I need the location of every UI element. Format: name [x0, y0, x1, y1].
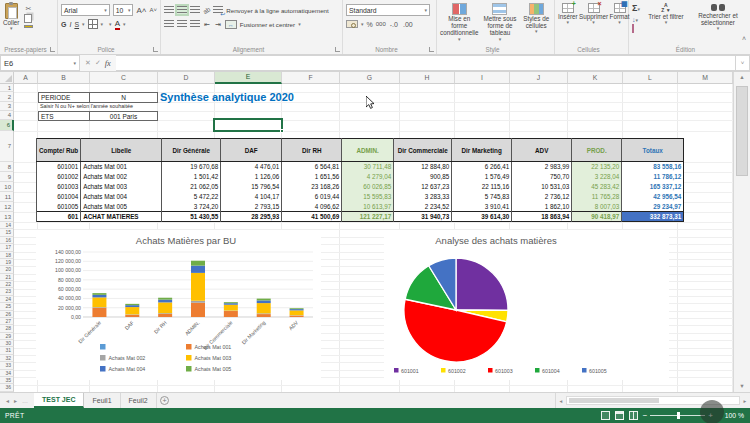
new-sheet-button[interactable]: + [157, 393, 173, 408]
format-cells-button[interactable]: ▦ Format▾ [610, 3, 630, 43]
formula-input[interactable] [116, 55, 736, 71]
row-header-19[interactable]: 19 [0, 259, 14, 266]
table-cell[interactable]: 12 884,80 [394, 162, 452, 172]
next-sheet-button[interactable]: ▸ [14, 397, 17, 404]
table-total-cell[interactable]: 28 295,93 [221, 212, 282, 222]
table-cell[interactable]: 15 595,83 [342, 192, 394, 202]
column-header-C[interactable]: C [90, 72, 158, 84]
row-header-30[interactable]: 30 [0, 340, 14, 347]
row-header-36[interactable]: 36 [0, 384, 14, 391]
row-header-33[interactable]: 33 [0, 362, 14, 369]
ets-label-cell[interactable]: ETS [38, 111, 90, 121]
row-header-18[interactable]: 18 [0, 252, 14, 259]
selected-cell-E6[interactable] [213, 118, 283, 132]
row-header-16[interactable]: 16 [0, 237, 14, 244]
cut-button[interactable]: ✂ [24, 5, 33, 12]
table-cell[interactable]: 1 126,06 [221, 172, 282, 182]
name-box[interactable]: E6▾ [0, 55, 80, 71]
row-header-21[interactable]: 21 [0, 274, 14, 281]
table-cell[interactable]: 5 472,22 [162, 192, 221, 202]
cell-styles-button[interactable]: Styles de cellules▾ [521, 3, 551, 43]
table-total-cell[interactable]: 90 418,97 [572, 212, 622, 222]
row-header-31[interactable]: 31 [0, 347, 14, 354]
table-cell[interactable]: 10 613,97 [342, 202, 394, 212]
align-bottom-button[interactable] [190, 6, 200, 14]
table-total-cell[interactable]: 39 614,30 [452, 212, 512, 222]
table-cell[interactable]: 3 910,41 [452, 202, 512, 212]
vertical-scroll-thumb[interactable] [736, 86, 748, 176]
row-header-4[interactable]: 4 [0, 111, 14, 120]
table-total-cell[interactable]: 601 [37, 212, 81, 222]
zoom-out-button[interactable]: − [643, 412, 648, 420]
first-sheet-button[interactable]: ◂ [6, 397, 9, 404]
column-header-B[interactable]: B [38, 72, 90, 84]
table-cell[interactable]: 601003 [37, 182, 81, 192]
confirm-entry-button[interactable]: ✓ [95, 59, 101, 67]
column-header-A[interactable]: A [14, 72, 38, 84]
vertical-scrollbar[interactable]: ▲ ▼ [733, 72, 750, 392]
table-cell[interactable]: 2 983,99 [512, 162, 572, 172]
autosum-button[interactable]: Σ▾ [632, 4, 640, 13]
table-cell[interactable]: 45 283,42 [572, 182, 622, 192]
column-header-K[interactable]: K [568, 72, 623, 84]
scroll-right-icon[interactable]: ▸ [740, 398, 750, 404]
row-header-13[interactable]: 13 [0, 212, 14, 222]
table-cell[interactable]: 3 228,04 [572, 172, 622, 182]
decrease-font-button[interactable]: A˅ [149, 7, 157, 13]
table-cell[interactable]: 2 793,15 [221, 202, 282, 212]
ets-value-cell[interactable]: 001 Paris [90, 111, 158, 121]
table-cell[interactable]: 1 862,10 [512, 202, 572, 212]
sheet-tab-feuil1[interactable]: Feuil1 [84, 393, 120, 408]
align-center-button[interactable] [177, 20, 187, 28]
align-top-button[interactable] [164, 6, 174, 14]
table-cell[interactable]: 15 796,54 [221, 182, 282, 192]
table-cell[interactable]: 83 558,16 [622, 162, 684, 172]
select-all-corner[interactable] [0, 72, 14, 84]
row-header-20[interactable]: 20 [0, 266, 14, 273]
table-cell[interactable]: 6 266,41 [452, 162, 512, 172]
table-cell[interactable]: 8 007,03 [572, 202, 622, 212]
sheet-tab-test-jec[interactable]: TEST JEC [34, 393, 84, 408]
column-header-L[interactable]: L [623, 72, 678, 84]
clear-button[interactable] [632, 25, 640, 32]
align-right-button[interactable] [190, 20, 200, 28]
table-cell[interactable]: 601005 [37, 202, 81, 212]
page-break-view-button[interactable] [629, 411, 638, 420]
sort-filter-button[interactable]: AZ ▼ Trier et filtrer▾ [644, 3, 688, 43]
table-cell[interactable]: 601002 [37, 172, 81, 182]
row-header-12[interactable]: 12 [0, 202, 14, 212]
merge-center-button[interactable]: Fusionner et centrer [240, 21, 295, 28]
table-cell[interactable]: 165 337,12 [622, 182, 684, 192]
table-cell[interactable]: 6 564,81 [282, 162, 342, 172]
row-header-32[interactable]: 32 [0, 355, 14, 362]
row-header-34[interactable]: 34 [0, 370, 14, 377]
column-header-I[interactable]: I [455, 72, 510, 84]
delete-cells-button[interactable]: × Supprimer▾ [581, 3, 607, 43]
table-cell[interactable]: 29 234,97 [622, 202, 684, 212]
find-select-button[interactable]: Rechercher et sélectionner▾ [692, 3, 744, 43]
bar-chart[interactable]: Achats Matières par BU0,0020 000,0040 00… [36, 230, 321, 380]
table-cell[interactable]: 4 279,04 [342, 172, 394, 182]
row-header-28[interactable]: 28 [0, 325, 14, 332]
row-header-7[interactable]: 7 [0, 131, 14, 162]
table-cell[interactable]: 23 168,26 [282, 182, 342, 192]
pie-chart[interactable]: Analyse des achats matières6010016010026… [384, 230, 669, 380]
table-cell[interactable]: 2 736,12 [512, 192, 572, 202]
scroll-down-icon[interactable]: ▼ [734, 381, 750, 392]
table-cell[interactable]: 42 956,54 [622, 192, 684, 202]
row-header-24[interactable]: 24 [0, 296, 14, 303]
table-cell[interactable]: 1 501,42 [162, 172, 221, 182]
sheet-tab-feuil2[interactable]: Feuil2 [121, 393, 157, 408]
table-cell[interactable]: 11 786,12 [622, 172, 684, 182]
row-header-14[interactable]: 14 [0, 222, 14, 229]
row-header-26[interactable]: 26 [0, 311, 14, 318]
column-header-H[interactable]: H [400, 72, 455, 84]
table-cell[interactable]: 10 531,03 [512, 182, 572, 192]
row-header-15[interactable]: 15 [0, 229, 14, 236]
decrease-decimal-button[interactable]: .00 [402, 21, 414, 28]
table-cell[interactable]: Achats Mat 004 [81, 192, 162, 202]
row-header-23[interactable]: 23 [0, 288, 14, 295]
column-header-G[interactable]: G [340, 72, 400, 84]
row-header-9[interactable]: 9 [0, 172, 14, 182]
table-cell[interactable]: 21 062,05 [162, 182, 221, 192]
